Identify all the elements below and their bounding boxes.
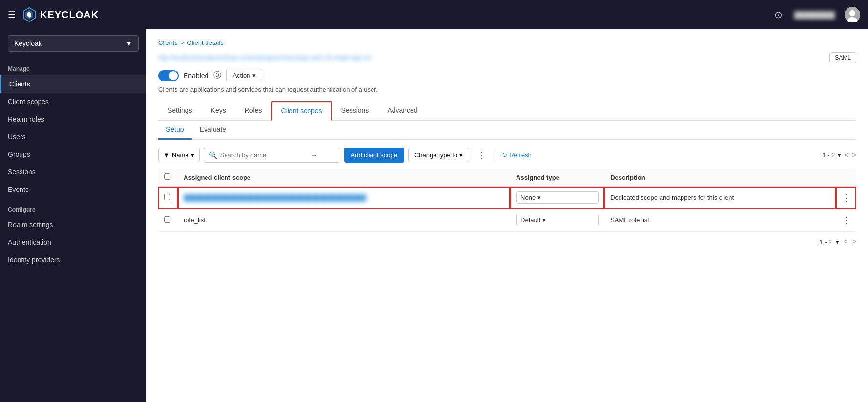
enabled-row: Enabled ⓪ Action ▾ — [158, 69, 856, 82]
change-type-button[interactable]: Change type to ▾ — [408, 148, 469, 162]
pagination-bottom-prev-icon[interactable]: < — [843, 237, 847, 246]
sidebar-item-realm-settings[interactable]: Realm settings — [0, 216, 146, 233]
tab-settings[interactable]: Settings — [158, 101, 202, 121]
sidebar: Keycloak ▼ Manage Clients Client scopes … — [0, 29, 146, 402]
name-filter-button[interactable]: ▼ Name ▾ — [158, 148, 200, 162]
row1-type-select[interactable]: None ▾ — [516, 191, 599, 204]
th-checkbox — [158, 169, 178, 187]
prev-page-button[interactable]: < — [844, 151, 848, 160]
row2-checkbox-cell — [158, 209, 178, 232]
pagination-bottom-chevron-icon[interactable]: ▾ — [836, 238, 839, 246]
select-all-checkbox[interactable] — [164, 173, 170, 180]
navbar: ☰ KEYCLOAK ⊙ █████████ — [0, 0, 868, 29]
row1-checkbox[interactable] — [164, 194, 170, 200]
next-page-button[interactable]: > — [852, 151, 856, 160]
tab-advanced[interactable]: Advanced — [378, 101, 427, 121]
client-title-row: http://localhost/wordpress5/wp-content/p… — [158, 52, 856, 63]
app-logo: KEYCLOAK — [21, 7, 99, 22]
tab-keys[interactable]: Keys — [202, 101, 235, 121]
app-body: Keycloak ▼ Manage Clients Client scopes … — [0, 29, 868, 402]
realm-selector-chevron: ▼ — [125, 40, 132, 47]
pagination-info: 1 - 2 ▾ < > — [822, 151, 856, 160]
row2-scope-name: role_list — [178, 209, 510, 232]
table-row: role_list Default ▾ SAML role list ⋮ — [158, 209, 856, 232]
filter-icon: ▼ — [164, 151, 170, 159]
sidebar-item-events[interactable]: Events — [0, 181, 146, 198]
tab-client-scopes[interactable]: Client scopes — [271, 101, 332, 121]
row1-assigned-type: None ▾ — [510, 187, 604, 209]
sub-tab-setup[interactable]: Setup — [158, 121, 192, 140]
sub-tab-bar: Setup Evaluate — [158, 121, 856, 140]
action-button[interactable]: Action ▾ — [226, 69, 262, 82]
search-input[interactable] — [220, 151, 308, 159]
main-content: Clients > Client details http://localhos… — [146, 29, 868, 402]
row1-scope-name: ████████████████████████████████████████… — [178, 187, 510, 209]
pagination-bottom-next-icon[interactable]: > — [852, 237, 856, 246]
row2-description: SAML role list — [604, 209, 836, 232]
sidebar-item-groups[interactable]: Groups — [0, 146, 146, 163]
toolbar: ▼ Name ▾ 🔍 → Add client scope Change typ… — [158, 148, 856, 163]
svg-point-4 — [849, 10, 855, 16]
breadcrumb-separator: > — [181, 39, 185, 46]
saml-badge: SAML — [829, 52, 856, 63]
action-chevron-icon: ▾ — [252, 72, 256, 79]
sidebar-item-sessions[interactable]: Sessions — [0, 163, 146, 181]
sidebar-item-realm-roles[interactable]: Realm roles — [0, 110, 146, 128]
hamburger-icon[interactable]: ☰ — [8, 9, 16, 20]
th-assigned-type: Assigned type — [510, 169, 604, 187]
manage-section-label: Manage — [0, 58, 146, 75]
tab-roles[interactable]: Roles — [235, 101, 271, 121]
sidebar-item-clients[interactable]: Clients — [0, 75, 146, 93]
th-actions — [836, 169, 856, 187]
row1-description: Dedicated scope and mappers for this cli… — [604, 187, 836, 209]
row1-more-icon[interactable]: ⋮ — [842, 193, 850, 203]
sidebar-item-client-scopes[interactable]: Client scopes — [0, 93, 146, 110]
type-chevron-icon: ▾ — [542, 216, 546, 224]
enabled-help-icon[interactable]: ⓪ — [213, 70, 221, 81]
client-description: Clients are applications and services th… — [158, 86, 856, 93]
row1-checkbox-cell — [158, 187, 178, 209]
avatar[interactable] — [845, 7, 860, 22]
row2-more-icon[interactable]: ⋮ — [842, 215, 850, 225]
tab-bar: Settings Keys Roles Client scopes Sessio… — [158, 101, 856, 121]
breadcrumb-clients-link[interactable]: Clients — [158, 39, 178, 46]
enabled-toggle[interactable] — [158, 70, 179, 81]
th-assigned-scope: Assigned client scope — [178, 169, 510, 187]
help-icon[interactable]: ⊙ — [774, 9, 783, 21]
add-client-scope-button[interactable]: Add client scope — [344, 148, 404, 163]
th-description: Description — [604, 169, 836, 187]
configure-section-label: Configure — [0, 198, 146, 216]
breadcrumb: Clients > Client details — [158, 39, 856, 46]
filter-chevron-icon: ▾ — [191, 151, 194, 159]
client-url: http://localhost/wordpress5/wp-content/p… — [158, 54, 824, 61]
sub-tab-evaluate[interactable]: Evaluate — [192, 121, 234, 140]
more-options-icon[interactable]: ⋮ — [473, 148, 490, 163]
pagination-bottom: 1 - 2 ▾ < > — [158, 232, 856, 252]
app-name: KEYCLOAK — [40, 9, 99, 21]
refresh-button[interactable]: ↻ Refresh — [502, 151, 532, 159]
divider — [496, 149, 496, 161]
sidebar-item-identity-providers[interactable]: Identity providers — [0, 251, 146, 269]
type-chevron-icon: ▾ — [537, 194, 541, 201]
realm-selector[interactable]: Keycloak ▼ — [8, 35, 139, 52]
pagination-chevron-down-icon[interactable]: ▾ — [838, 151, 841, 159]
client-scopes-table: Assigned client scope Assigned type Desc… — [158, 169, 856, 232]
keycloak-logo-icon — [21, 7, 37, 22]
row2-type-select[interactable]: Default ▾ — [516, 214, 599, 226]
user-name: █████████ — [794, 11, 835, 19]
tab-sessions[interactable]: Sessions — [332, 101, 378, 121]
breadcrumb-current: Client details — [187, 39, 223, 46]
sidebar-item-users[interactable]: Users — [0, 128, 146, 146]
row2-checkbox[interactable] — [164, 216, 170, 223]
sidebar-item-authentication[interactable]: Authentication — [0, 233, 146, 251]
row1-actions: ⋮ — [836, 187, 856, 209]
search-box: 🔍 → — [204, 148, 340, 163]
search-icon: 🔍 — [209, 151, 217, 159]
search-arrow-icon[interactable]: → — [311, 151, 318, 159]
row2-assigned-type: Default ▾ — [510, 209, 604, 232]
change-type-chevron-icon: ▾ — [459, 151, 463, 159]
enabled-label: Enabled — [184, 72, 208, 80]
avatar-icon — [845, 7, 860, 22]
table-row: ████████████████████████████████████████… — [158, 187, 856, 209]
refresh-icon: ↻ — [502, 151, 507, 159]
